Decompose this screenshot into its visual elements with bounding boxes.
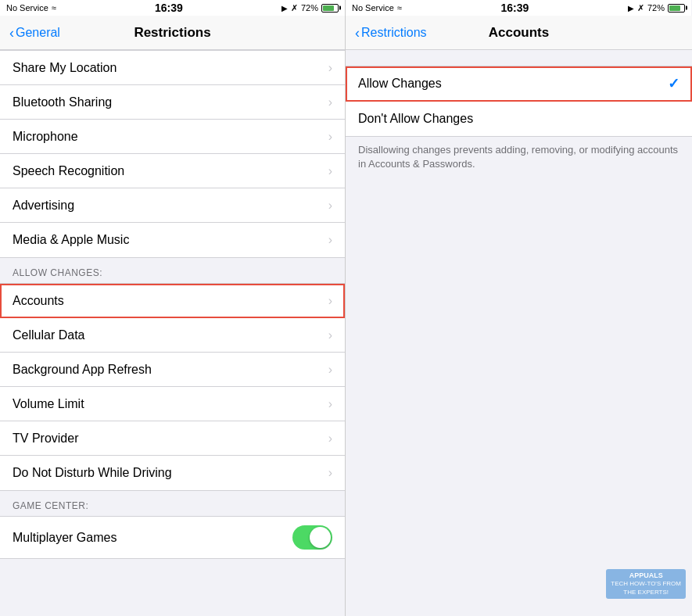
game-center-header: Game Center: — [0, 491, 345, 516]
do-not-disturb-label: Do Not Disturb While Driving — [13, 466, 172, 480]
multiplayer-games-right — [292, 525, 332, 550]
left-wifi-icon: ≈ — [52, 3, 56, 13]
list-item-multiplayer-games[interactable]: Multiplayer Games — [0, 517, 345, 558]
volume-limit-right: › — [328, 397, 332, 411]
right-back-chevron-icon: ‹ — [355, 26, 360, 40]
right-back-label: Restrictions — [361, 26, 427, 40]
right-battery-icon — [668, 4, 685, 13]
cellular-data-right: › — [328, 328, 332, 342]
game-center-section: Game Center: Multiplayer Games — [0, 491, 345, 559]
left-back-label: General — [16, 26, 60, 40]
list-item-cellular-data[interactable]: Cellular Data › — [0, 318, 345, 353]
list-item-accounts[interactable]: Accounts › — [0, 284, 345, 318]
right-nav-bar: ‹ Restrictions Accounts — [346, 16, 692, 50]
chevron-right-icon: › — [328, 294, 332, 308]
microphone-label: Microphone — [13, 130, 78, 144]
game-center-group: Multiplayer Games — [0, 516, 345, 559]
left-status-bar: No Service ≈ 16:39 ▶ ✗ 72% — [0, 0, 346, 16]
list-item-volume-limit[interactable]: Volume Limit › — [0, 387, 345, 421]
advertising-label: Advertising — [13, 199, 74, 213]
left-back-button[interactable]: ‹ General — [9, 26, 60, 40]
allow-changes-label: Allow Changes — [358, 77, 442, 91]
share-my-location-label: Share My Location — [13, 61, 117, 75]
bluetooth-sharing-label: Bluetooth Sharing — [13, 95, 112, 109]
right-panel: ‹ Restrictions Accounts Allow Changes ✓ … — [346, 16, 692, 616]
left-back-chevron-icon: ‹ — [9, 26, 14, 40]
accounts-options-group: Allow Changes ✓ Don't Allow Changes — [346, 66, 692, 137]
advertising-right: › — [328, 199, 332, 213]
list-item-tv-provider[interactable]: TV Provider › — [0, 421, 345, 456]
chevron-right-icon: › — [328, 130, 332, 144]
right-status-bar: No Service ≈ 16:39 ▶ ✗ 72% — [346, 0, 691, 16]
checkmark-icon: ✓ — [668, 75, 679, 92]
right-location-icon: ▶ — [628, 4, 634, 13]
left-battery-pct: 72% — [301, 3, 318, 13]
top-items-group: Share My Location › Bluetooth Sharing › … — [0, 50, 345, 258]
left-panel: ‹ General Restrictions Share My Location… — [0, 16, 346, 616]
left-status-left: No Service ≈ — [6, 3, 56, 13]
right-wifi-icon: ≈ — [397, 3, 402, 13]
left-nav-bar: ‹ General Restrictions — [0, 16, 345, 50]
left-battery-icon — [321, 4, 339, 13]
right-settings-list: Allow Changes ✓ Don't Allow Changes Disa… — [346, 50, 692, 616]
chevron-right-icon: › — [328, 95, 332, 109]
accounts-right: › — [328, 294, 332, 308]
background-app-refresh-label: Background App Refresh — [13, 363, 152, 377]
list-item-advertising[interactable]: Advertising › — [0, 188, 345, 223]
microphone-right: › — [328, 130, 332, 144]
chevron-right-icon: › — [328, 328, 332, 342]
tv-provider-right: › — [328, 432, 332, 446]
list-item-bluetooth-sharing[interactable]: Bluetooth Sharing › — [0, 85, 345, 120]
left-status-right: ▶ ✗ 72% — [281, 3, 339, 13]
right-no-service: No Service — [352, 3, 394, 13]
multiplayer-games-toggle[interactable] — [292, 525, 332, 550]
list-item-background-app-refresh[interactable]: Background App Refresh › — [0, 353, 345, 387]
accounts-label: Accounts — [13, 294, 64, 308]
allow-changes-section: Allow Changes: Accounts › Cellular Data … — [0, 258, 345, 491]
chevron-right-icon: › — [328, 233, 332, 247]
left-settings-list: Share My Location › Bluetooth Sharing › … — [0, 50, 345, 616]
left-bluetooth-icon: ✗ — [291, 3, 298, 13]
right-time: 16:39 — [501, 2, 529, 14]
list-item-microphone[interactable]: Microphone › — [0, 120, 345, 154]
chevron-right-icon: › — [328, 363, 332, 377]
multiplayer-games-label: Multiplayer Games — [13, 531, 117, 545]
allow-changes-header: Allow Changes: — [0, 258, 345, 283]
left-no-service: No Service — [6, 3, 48, 13]
do-not-disturb-right: › — [328, 466, 332, 480]
accounts-description: Disallowing changes prevents adding, rem… — [346, 137, 692, 184]
right-status-left: No Service ≈ — [352, 3, 402, 13]
right-battery-pct: 72% — [647, 3, 665, 13]
chevron-right-icon: › — [328, 432, 332, 446]
media-apple-music-label: Media & Apple Music — [13, 233, 129, 247]
chevron-right-icon: › — [328, 397, 332, 411]
dont-allow-changes-label: Don't Allow Changes — [358, 112, 473, 126]
background-app-refresh-right: › — [328, 363, 332, 377]
list-item-media-apple-music[interactable]: Media & Apple Music › — [0, 223, 345, 257]
chevron-right-icon: › — [328, 466, 332, 480]
left-location-icon: ▶ — [281, 4, 288, 13]
chevron-right-icon: › — [328, 61, 332, 75]
share-my-location-right: › — [328, 61, 332, 75]
right-status-right: ▶ ✗ 72% — [628, 3, 685, 13]
chevron-right-icon: › — [328, 164, 332, 178]
speech-recognition-right: › — [328, 164, 332, 178]
allow-changes-group: Accounts › Cellular Data › Background Ap… — [0, 283, 345, 491]
speech-recognition-label: Speech Recognition — [13, 164, 124, 178]
chevron-right-icon: › — [328, 199, 332, 213]
list-item-speech-recognition[interactable]: Speech Recognition › — [0, 154, 345, 188]
cellular-data-label: Cellular Data — [13, 328, 84, 342]
right-nav-title: Accounts — [489, 25, 549, 41]
bluetooth-sharing-right: › — [328, 95, 332, 109]
allow-changes-option[interactable]: Allow Changes ✓ — [346, 66, 692, 102]
list-item-share-my-location[interactable]: Share My Location › — [0, 51, 345, 85]
media-apple-music-right: › — [328, 233, 332, 247]
volume-limit-label: Volume Limit — [13, 397, 84, 411]
dont-allow-changes-option[interactable]: Don't Allow Changes — [346, 102, 692, 136]
right-bluetooth-icon: ✗ — [637, 3, 644, 13]
left-nav-title: Restrictions — [134, 25, 210, 41]
left-time: 16:39 — [155, 2, 183, 14]
tv-provider-label: TV Provider — [13, 432, 78, 446]
list-item-do-not-disturb[interactable]: Do Not Disturb While Driving › — [0, 456, 345, 490]
right-back-button[interactable]: ‹ Restrictions — [355, 26, 427, 40]
